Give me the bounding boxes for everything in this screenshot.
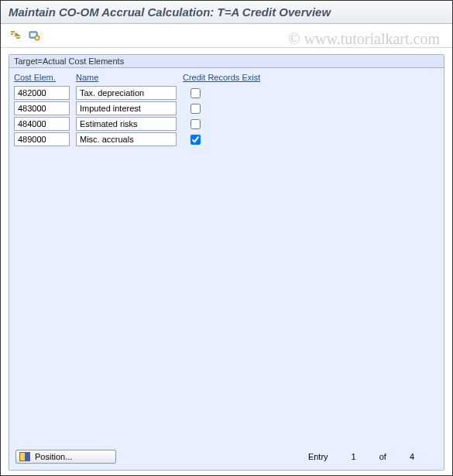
- table-row: [14, 85, 439, 101]
- svg-point-2: [35, 36, 39, 40]
- credit-exists-checkbox[interactable]: [190, 104, 201, 114]
- entry-current: 1: [352, 452, 356, 461]
- content-area: Target=Actual Cost Elements Cost Elem. N…: [1, 48, 452, 476]
- cost-name-input[interactable]: [76, 132, 177, 146]
- display-icon: [28, 29, 40, 42]
- entry-counter: Entry 1 of 4: [308, 452, 438, 461]
- cost-element-input[interactable]: [14, 117, 70, 131]
- credit-exists-checkbox[interactable]: [190, 88, 201, 98]
- toolbar-action-2[interactable]: [27, 29, 41, 43]
- col-header-credit[interactable]: Credit Records Exist: [183, 73, 291, 82]
- group-footer: Position... Entry 1 of 4: [15, 450, 438, 464]
- cost-name-input[interactable]: [76, 117, 177, 131]
- credit-exists-checkbox[interactable]: [190, 135, 201, 145]
- entry-total: 4: [410, 452, 414, 461]
- window-header: Maintain CO-OM Accrual Calculation: T=A …: [1, 1, 452, 24]
- toolbar-action-1[interactable]: [9, 29, 22, 43]
- table-header-row: Cost Elem. Name Credit Records Exist: [14, 71, 439, 85]
- entry-label: Entry: [308, 452, 328, 461]
- cost-elements-table: Cost Elem. Name Credit Records Exist: [9, 68, 444, 150]
- group-title: Target=Actual Cost Elements: [9, 55, 444, 68]
- entry-of-label: of: [379, 452, 386, 461]
- cost-element-input[interactable]: [14, 86, 70, 100]
- credit-exists-checkbox[interactable]: [190, 119, 201, 129]
- table-row: [14, 101, 439, 116]
- col-header-cost[interactable]: Cost Elem.: [14, 73, 70, 82]
- position-button-label: Position...: [35, 452, 72, 461]
- cost-element-input[interactable]: [14, 132, 70, 146]
- position-icon: [19, 452, 30, 461]
- toolbar: [1, 24, 452, 48]
- cost-element-input[interactable]: [14, 101, 70, 115]
- table-row: [14, 116, 439, 132]
- svg-rect-1: [31, 33, 36, 36]
- cost-name-input[interactable]: [76, 101, 177, 115]
- group-box-cost-elements: Target=Actual Cost Elements Cost Elem. N…: [9, 54, 444, 471]
- col-header-name[interactable]: Name: [76, 73, 177, 82]
- page-title: Maintain CO-OM Accrual Calculation: T=A …: [9, 5, 444, 19]
- position-button[interactable]: Position...: [15, 450, 116, 464]
- expand-collapse-icon: [9, 29, 22, 42]
- table-row: [14, 132, 439, 147]
- cost-name-input[interactable]: [76, 86, 177, 100]
